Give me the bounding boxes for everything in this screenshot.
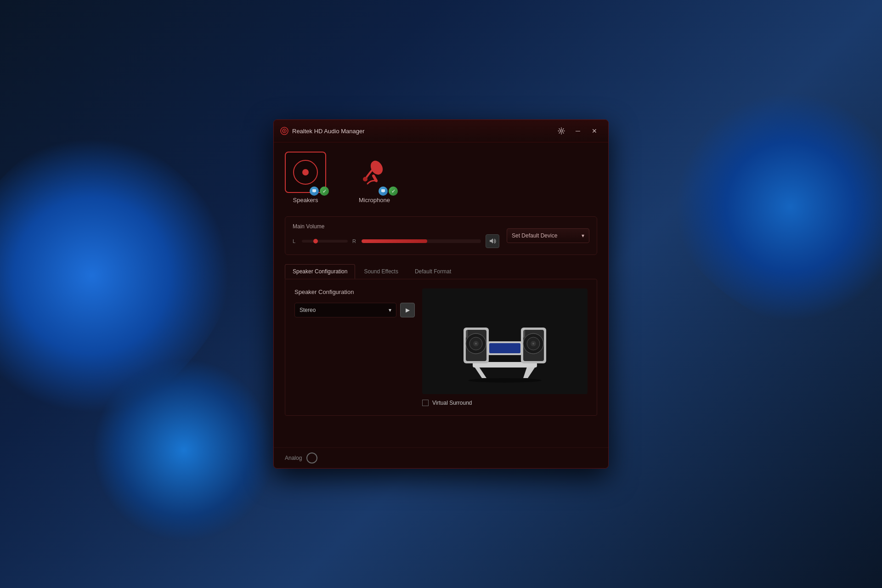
right-channel-label: R: [352, 238, 357, 244]
wallpaper-blob-right: [643, 60, 882, 354]
speaker-config-heading: Speaker Configuration: [294, 288, 415, 295]
dropdown-arrow-icon: ▾: [389, 307, 391, 313]
virtual-surround-checkbox[interactable]: [422, 400, 429, 406]
play-test-button[interactable]: ▶: [400, 303, 415, 317]
tab-default-format[interactable]: Default Format: [407, 264, 459, 279]
speakers-label: Speakers: [293, 197, 318, 204]
speaker-dot: [302, 169, 309, 175]
bottom-bar: Analog: [274, 447, 608, 468]
title-bar-left: Realtek HD Audio Manager: [280, 127, 365, 135]
wallpaper-blob-left: [0, 87, 280, 464]
title-bar-controls: ─ ✕: [554, 124, 602, 137]
volume-slider[interactable]: [362, 239, 481, 243]
wallpaper-blob-bottom: [92, 358, 276, 542]
volume-inner: Main Volume L R: [293, 223, 499, 248]
speakers-status-badges: ✓: [310, 187, 329, 196]
svg-rect-27: [522, 328, 525, 338]
svg-point-16: [475, 343, 477, 345]
config-dropdown-row: Stereo ▾ ▶: [294, 303, 415, 317]
tab-right-panel: Virtual Surround: [422, 288, 588, 406]
volume-controls: L R: [293, 234, 499, 248]
stereo-dropdown[interactable]: Stereo ▾: [294, 303, 396, 317]
speaker-inner-circle: [293, 160, 318, 185]
speaker-3d-visualization: [422, 288, 588, 394]
svg-point-2: [284, 130, 285, 132]
analog-indicator: [306, 452, 317, 464]
volume-label: Main Volume: [293, 223, 499, 230]
title-bar: Realtek HD Audio Manager ─ ✕: [274, 120, 608, 142]
tab-content: Speaker Configuration Stereo ▾ ▶: [285, 279, 597, 416]
devices-row: ✓ Speakers: [285, 152, 597, 204]
microphone-status-badges: ✓: [379, 187, 398, 196]
speakers-device[interactable]: ✓ Speakers: [285, 152, 326, 204]
minimize-button[interactable]: ─: [571, 124, 585, 137]
microphone-icon: [356, 154, 393, 191]
speakers-icon-container: ✓: [285, 152, 326, 193]
balance-slider[interactable]: [302, 240, 348, 243]
tab-speaker-configuration[interactable]: Speaker Configuration: [285, 264, 355, 279]
analog-label: Analog: [285, 455, 302, 461]
microphone-device[interactable]: ✓ Microphone: [354, 152, 395, 204]
main-content: ✓ Speakers: [274, 142, 608, 447]
close-button[interactable]: ✕: [587, 124, 602, 137]
svg-rect-26: [465, 328, 468, 338]
chat-icon: [312, 189, 317, 193]
microphone-check-badge: ✓: [389, 187, 398, 196]
speaker-icon: [489, 237, 496, 245]
microphone-chat-badge: [379, 187, 388, 196]
tab-sound-effects[interactable]: Sound Effects: [356, 264, 406, 279]
gear-icon: [558, 127, 565, 135]
svg-rect-4: [312, 189, 316, 192]
tabs-row: Speaker Configuration Sound Effects Defa…: [285, 264, 597, 279]
svg-point-5: [368, 158, 385, 177]
left-channel-label: L: [293, 238, 297, 244]
window-title: Realtek HD Audio Manager: [292, 128, 365, 135]
balance-thumb: [313, 239, 318, 243]
app-icon: [280, 127, 288, 135]
app-window: Realtek HD Audio Manager ─ ✕: [273, 119, 609, 469]
speakers-check-badge: ✓: [320, 187, 329, 196]
svg-point-7: [363, 177, 368, 181]
virtual-surround-row: Virtual Surround: [422, 400, 472, 406]
virtual-surround-label: Virtual Surround: [432, 400, 472, 406]
mute-button[interactable]: [486, 234, 499, 248]
speaker-3d-svg: [436, 300, 574, 383]
microphone-icon-container: ✓: [354, 152, 395, 193]
volume-section: Main Volume L R: [285, 216, 597, 255]
microphone-label: Microphone: [359, 197, 390, 204]
svg-point-10: [468, 378, 542, 383]
tab-left-panel: Speaker Configuration Stereo ▾ ▶: [294, 288, 415, 406]
speakers-chat-badge: [310, 187, 319, 196]
svg-point-22: [532, 343, 534, 345]
volume-fill: [362, 239, 427, 243]
svg-rect-25: [489, 343, 520, 353]
chat-icon-mic: [381, 189, 385, 193]
svg-rect-8: [381, 189, 385, 192]
settings-button[interactable]: [554, 124, 569, 137]
set-default-device-button[interactable]: Set Default Device ▾: [507, 228, 589, 243]
svg-point-3: [560, 130, 563, 132]
